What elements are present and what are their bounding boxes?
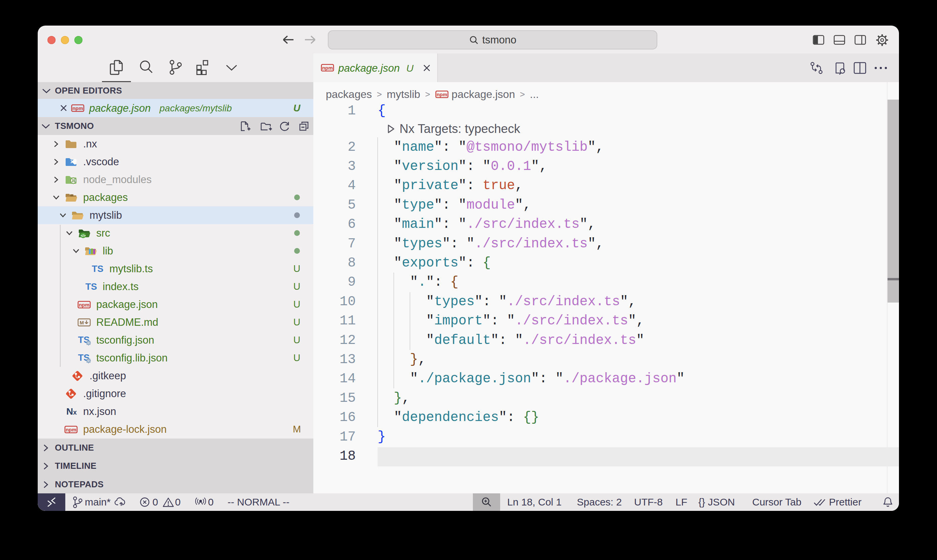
svg-text:npm: npm: [72, 105, 83, 111]
svg-text:npm: npm: [66, 426, 76, 432]
svg-text:TS: TS: [86, 282, 97, 292]
svg-text:npm: npm: [79, 302, 89, 307]
svg-text:M: M: [80, 320, 84, 325]
svg-text:</>: </>: [81, 234, 86, 237]
svg-text:x: x: [73, 409, 77, 416]
svg-text:JS: JS: [71, 179, 76, 183]
svg-text:N: N: [66, 406, 73, 417]
svg-text:TS: TS: [92, 264, 104, 274]
